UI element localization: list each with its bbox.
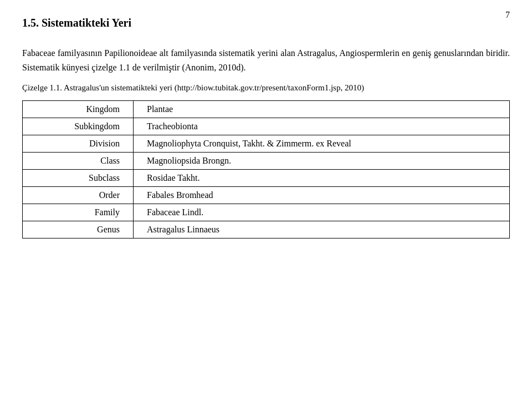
taxonomy-label: Kingdom bbox=[23, 101, 134, 118]
taxonomy-value: Rosidae Takht. bbox=[134, 170, 510, 187]
table-row: SubclassRosidae Takht. bbox=[23, 170, 510, 187]
table-row: FamilyFabaceae Lindl. bbox=[23, 204, 510, 221]
table-row: DivisionMagnoliophyta Cronquist, Takht. … bbox=[23, 135, 510, 153]
section-title: 1.5. Sistematikteki Yeri bbox=[22, 17, 510, 29]
page-number: 7 bbox=[505, 10, 510, 20]
body-paragraph: Fabaceae familyasının Papilionoideae alt… bbox=[22, 46, 510, 74]
taxonomy-value: Tracheobionta bbox=[134, 118, 510, 135]
table-row: KingdomPlantae bbox=[23, 101, 510, 118]
taxonomy-label: Order bbox=[23, 187, 134, 204]
taxonomy-value: Magnoliopsida Brongn. bbox=[134, 153, 510, 170]
taxonomy-label: Genus bbox=[23, 221, 134, 238]
table-row: OrderFabales Bromhead bbox=[23, 187, 510, 204]
table-row: ClassMagnoliopsida Brongn. bbox=[23, 153, 510, 170]
taxonomy-value: Plantae bbox=[134, 101, 510, 118]
taxonomy-label: Class bbox=[23, 153, 134, 170]
taxonomy-value: Fabales Bromhead bbox=[134, 187, 510, 204]
taxonomy-label: Division bbox=[23, 135, 134, 153]
taxonomy-label: Subkingdom bbox=[23, 118, 134, 135]
taxonomy-value: Astragalus Linnaeus bbox=[134, 221, 510, 238]
taxonomy-label: Subclass bbox=[23, 170, 134, 187]
taxonomy-value: Fabaceae Lindl. bbox=[134, 204, 510, 221]
taxonomy-label: Family bbox=[23, 204, 134, 221]
taxonomy-value: Magnoliophyta Cronquist, Takht. & Zimmer… bbox=[134, 135, 510, 153]
table-row: GenusAstragalus Linnaeus bbox=[23, 221, 510, 238]
taxonomy-table: KingdomPlantaeSubkingdomTracheobiontaDiv… bbox=[22, 100, 510, 238]
figure-caption: Çizelge 1.1. Astragalus'un sistematiktek… bbox=[22, 83, 510, 93]
table-row: SubkingdomTracheobionta bbox=[23, 118, 510, 135]
